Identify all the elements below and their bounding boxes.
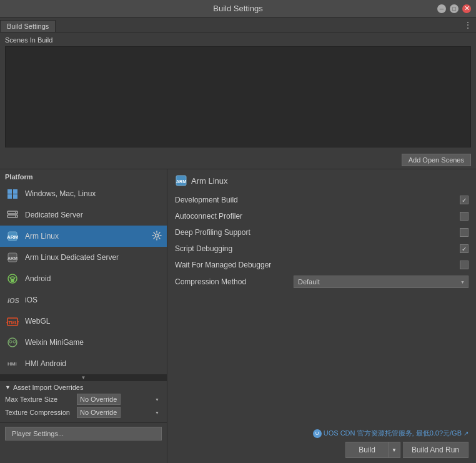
- wait-debugger-checkbox[interactable]: [460, 261, 469, 269]
- autoconnect-profiler-row: Autoconnect Profiler: [175, 211, 469, 222]
- platform-list: Windows, Mac, Linux Dedicated: [0, 183, 167, 374]
- svg-rect-16: [11, 279, 14, 282]
- development-build-row: Development Build: [175, 194, 469, 206]
- scenes-section: Scenes In Build: [0, 32, 476, 151]
- weixin-platform-name: Weixin MiniGame: [25, 338, 162, 347]
- tab-menu-icon[interactable]: ⋮: [464, 20, 472, 30]
- window-title: Build Settings: [213, 4, 263, 13]
- scroll-down-arrow: ▼: [81, 375, 86, 381]
- webgl-icon: HTML5: [5, 314, 20, 329]
- platform-item-hmi[interactable]: HMI HMI Android: [0, 353, 167, 374]
- texture-compression-row: Texture Compression No Override: [5, 407, 162, 418]
- svg-text:HTML5: HTML5: [6, 321, 19, 325]
- svg-point-6: [15, 212, 16, 213]
- ios-icon: iOS: [5, 292, 20, 307]
- max-texture-select[interactable]: No Override 32 64 128: [77, 394, 121, 405]
- scenes-list: [5, 46, 471, 147]
- android-platform-name: Android: [25, 274, 162, 283]
- main-panel: Platform Windows, Mac, Linux: [0, 169, 476, 463]
- platform-item-arm-linux[interactable]: ARM Arm Linux: [0, 226, 167, 247]
- svg-rect-1: [13, 189, 17, 194]
- compression-method-select[interactable]: Default LZ4 LZ4HC: [294, 276, 469, 288]
- dedicated-server-platform-name: Dedicated Server: [25, 211, 162, 219]
- deep-profiling-control: [460, 228, 469, 237]
- uos-link[interactable]: U UOS CDN 官方资源托管服务, 最低0.0?元/GB ↗: [313, 429, 469, 438]
- texture-compression-dropdown-wrapper: No Override: [77, 407, 162, 418]
- wait-debugger-row: Wait For Managed Debugger: [175, 259, 469, 271]
- right-panel: ARM Arm Linux Development Build: [167, 169, 476, 463]
- build-buttons-group: Build ▼ Build And Run: [345, 442, 469, 458]
- asset-overrides-label: Asset Import Overrides: [13, 384, 83, 391]
- windows-icon: [5, 186, 20, 201]
- wait-debugger-label: Wait For Managed Debugger: [175, 261, 460, 269]
- svg-point-7: [15, 216, 16, 217]
- svg-rect-0: [7, 189, 12, 194]
- compression-method-label: Compression Method: [175, 277, 294, 286]
- platform-item-webgl[interactable]: HTML5 WebGL: [0, 311, 167, 332]
- windows-platform-name: Windows, Mac, Linux: [25, 189, 162, 198]
- bottom-left: Player Settings...: [0, 422, 167, 444]
- script-debugging-label: Script Debugging: [175, 244, 460, 253]
- compression-method-row: Compression Method Default LZ4 LZ4HC: [175, 276, 469, 288]
- scroll-down-indicator[interactable]: ▼: [0, 374, 167, 381]
- uos-cdn-icon: U: [313, 429, 322, 438]
- hmi-platform-name: HMI Android: [25, 359, 162, 368]
- arm-dedicated-icon: ARM: [5, 250, 20, 265]
- svg-point-10: [156, 234, 159, 237]
- right-platform-header: ARM Arm Linux: [175, 174, 469, 187]
- weixin-icon: [5, 335, 20, 350]
- platform-item-dedicated-server[interactable]: Dedicated Server: [0, 204, 167, 226]
- scenes-footer: Add Open Scenes: [0, 151, 476, 169]
- tab-bar: Build Settings ⋮: [0, 17, 476, 32]
- texture-compression-label: Texture Compression: [5, 409, 77, 416]
- dedicated-server-icon: [5, 207, 20, 222]
- platform-item-weixin[interactable]: Weixin MiniGame: [0, 332, 167, 353]
- main-window: Build Settings ─ □ ✕ Build Settings ⋮ Sc…: [0, 0, 476, 463]
- external-link-icon: ↗: [464, 430, 469, 437]
- max-texture-row: Max Texture Size No Override 32 64 128: [5, 394, 162, 405]
- platform-item-android[interactable]: Android: [0, 268, 167, 289]
- development-build-control: [460, 196, 469, 204]
- settings-rows: Development Build Autoconnect Profiler: [175, 194, 469, 424]
- asset-import-overrides: ▼ Asset Import Overrides Max Texture Siz…: [0, 381, 167, 422]
- autoconnect-profiler-checkbox[interactable]: [460, 212, 469, 221]
- window-controls: ─ □ ✕: [437, 4, 471, 13]
- development-build-label: Development Build: [175, 196, 460, 204]
- svg-line-17: [9, 277, 11, 278]
- title-bar: Build Settings ─ □ ✕: [0, 0, 476, 17]
- script-debugging-checkbox[interactable]: [460, 244, 469, 253]
- minimize-button[interactable]: ─: [437, 4, 446, 13]
- texture-compression-select[interactable]: No Override: [77, 407, 121, 418]
- svg-line-18: [15, 277, 16, 278]
- svg-point-23: [9, 341, 12, 343]
- svg-text:iOS: iOS: [7, 297, 19, 304]
- maximize-button[interactable]: □: [450, 4, 459, 13]
- hmi-icon: HMI: [5, 356, 20, 371]
- close-button[interactable]: ✕: [462, 4, 471, 13]
- arm-linux-icon: ARM: [5, 229, 20, 244]
- build-settings-tab[interactable]: Build Settings: [0, 20, 56, 32]
- build-dropdown-button[interactable]: ▼: [389, 442, 400, 458]
- deep-profiling-label: Deep Profiling Support: [175, 228, 460, 237]
- build-button[interactable]: Build: [345, 442, 389, 458]
- asset-overrides-header[interactable]: ▼ Asset Import Overrides: [5, 384, 162, 391]
- add-open-scenes-button[interactable]: Add Open Scenes: [402, 154, 471, 166]
- player-settings-button[interactable]: Player Settings...: [5, 427, 162, 441]
- deep-profiling-checkbox[interactable]: [460, 228, 469, 237]
- compression-method-control: Default LZ4 LZ4HC: [294, 276, 469, 288]
- build-and-run-button[interactable]: Build And Run: [403, 442, 469, 458]
- platform-item-windows[interactable]: Windows, Mac, Linux: [0, 183, 167, 204]
- arm-linux-platform-name: Arm Linux: [25, 232, 152, 241]
- script-debugging-row: Script Debugging: [175, 243, 469, 254]
- development-build-checkbox[interactable]: [460, 196, 469, 204]
- asset-overrides-triangle: ▼: [5, 384, 11, 391]
- platform-label: Platform: [0, 169, 167, 183]
- scenes-label: Scenes In Build: [5, 36, 471, 44]
- content-area: Scenes In Build Add Open Scenes Platform: [0, 32, 476, 463]
- webgl-platform-name: WebGL: [25, 317, 162, 326]
- platform-item-ios[interactable]: iOS iOS: [0, 289, 167, 311]
- platform-item-arm-dedicated[interactable]: ARM Arm Linux Dedicated Server: [0, 247, 167, 268]
- uos-icon-letter: U: [315, 431, 319, 436]
- ios-platform-name: iOS: [25, 296, 162, 304]
- platform-settings-gear-icon[interactable]: [152, 231, 162, 242]
